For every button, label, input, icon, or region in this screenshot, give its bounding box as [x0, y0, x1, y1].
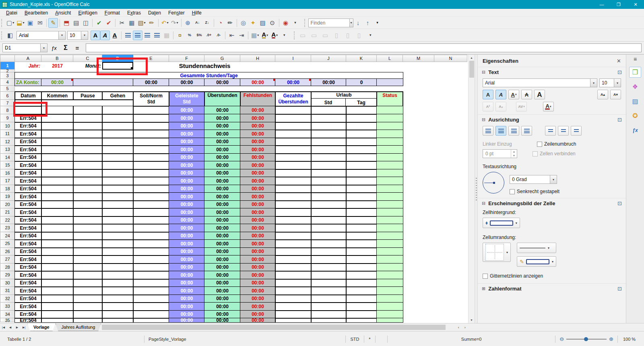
draw-functions-button[interactable]: ✏	[225, 18, 235, 28]
cell-B20[interactable]	[41, 201, 73, 209]
cell-F24[interactable]: 00:00	[169, 232, 204, 240]
cell-D20[interactable]	[102, 201, 133, 209]
scroll-right-icon[interactable]: ›	[462, 324, 468, 331]
header-pause[interactable]: Pause	[73, 92, 102, 100]
help-button[interactable]: ◉	[281, 18, 291, 28]
cell-F14[interactable]: 00:00	[169, 154, 204, 162]
cell-K13[interactable]	[346, 146, 377, 154]
cell-A10[interactable]: Err:504	[15, 122, 41, 130]
row-header-18[interactable]: 18	[0, 185, 15, 193]
cell-A29[interactable]: Err:504	[15, 271, 41, 279]
cell-N34[interactable]	[434, 311, 467, 319]
cell-F16[interactable]: 00:00	[169, 169, 204, 177]
find-input[interactable]	[311, 19, 349, 27]
cell-I33[interactable]	[275, 303, 311, 311]
cell-K33[interactable]	[346, 303, 377, 311]
cell-B12[interactable]	[41, 138, 73, 146]
cell-B26[interactable]	[41, 248, 73, 256]
cell-N21[interactable]	[434, 208, 467, 216]
header-geleistete-std[interactable]: GeleisteteStd	[169, 92, 204, 106]
scroll-up-icon[interactable]: ▲	[469, 55, 475, 61]
row-header-16[interactable]: 16	[0, 169, 15, 177]
line-color-dropdown-icon[interactable]: ▾	[552, 260, 553, 264]
cell-F27[interactable]: 00:00	[169, 255, 204, 264]
sidebar-align-left-button[interactable]	[483, 126, 493, 136]
sidebar-align-justify-button[interactable]	[521, 126, 532, 136]
cell-A28[interactable]: Err:504	[15, 264, 41, 272]
cell-E21[interactable]	[133, 208, 169, 216]
cell-border-button[interactable]: ▾	[483, 243, 511, 262]
cell-A4[interactable]: ZA Konto:	[15, 79, 41, 86]
sheet-tab-jahres-auflistung[interactable]: Jahres Auflistung	[56, 323, 101, 331]
cell-J34[interactable]	[311, 311, 346, 319]
cell-N31[interactable]	[434, 287, 467, 295]
cell-M18[interactable]	[403, 185, 434, 193]
cell-H16[interactable]: 00:00	[240, 169, 275, 177]
edit-file-button[interactable]: ✎	[48, 18, 58, 28]
auto-spellcheck-button[interactable]: ✔	[104, 18, 114, 28]
cell-G13[interactable]: 00:00	[204, 146, 240, 154]
number-dialog-launcher-icon[interactable]: ⊡	[617, 286, 622, 292]
cell-L31[interactable]	[377, 287, 403, 295]
cell-A18[interactable]: Err:504	[15, 185, 41, 193]
cell-D13[interactable]	[102, 146, 133, 154]
cell-C24[interactable]	[73, 232, 102, 240]
cell-C4[interactable]	[73, 79, 133, 86]
column-header-B[interactable]: B	[41, 55, 73, 62]
cell-K12[interactable]	[346, 138, 377, 146]
cell-M2[interactable]	[403, 70, 434, 72]
stacked-checkbox[interactable]	[510, 189, 515, 194]
cell-F1[interactable]: Stundennachweis	[169, 62, 240, 70]
cell-G22[interactable]: 00:00	[204, 216, 240, 224]
cell-N16[interactable]	[434, 169, 467, 177]
cell-M14[interactable]	[403, 154, 434, 162]
sort-descending-button[interactable]: Z↓	[202, 18, 212, 28]
cell-J1[interactable]	[311, 62, 346, 70]
cell-E1[interactable]	[133, 62, 169, 70]
cell-K21[interactable]	[346, 208, 377, 216]
cell-C20[interactable]	[73, 201, 102, 209]
cell-I17[interactable]	[275, 177, 311, 185]
cell-J31[interactable]	[311, 287, 346, 295]
cell-K11[interactable]	[346, 130, 377, 138]
cell-J5[interactable]	[311, 86, 346, 92]
cell-L21[interactable]	[377, 208, 403, 216]
menu-extras[interactable]: Extras	[124, 9, 144, 16]
cell-G28[interactable]: 00:00	[204, 264, 240, 272]
sidebar-bold-button[interactable]: A	[483, 90, 493, 99]
find-previous-button[interactable]: ↑	[363, 18, 373, 28]
cell-M20[interactable]	[403, 201, 434, 209]
cell-K25[interactable]	[346, 240, 377, 248]
cell-B30[interactable]	[41, 279, 73, 287]
cell-A19[interactable]: Err:504	[15, 193, 41, 201]
cell-E14[interactable]	[133, 154, 169, 162]
border-dropdown-icon[interactable]: ▾	[506, 251, 508, 254]
cell-E20[interactable]	[133, 201, 169, 209]
cell-G30[interactable]: 00:00	[204, 279, 240, 287]
sidebar-tab-styles[interactable]: ❖	[629, 81, 641, 92]
cell-C2[interactable]	[73, 70, 102, 72]
cell-C23[interactable]	[73, 224, 102, 232]
cell-M13[interactable]	[403, 146, 434, 154]
cell-L8[interactable]	[377, 106, 403, 114]
sidebar-align-right-button[interactable]	[508, 126, 519, 136]
last-sheet-button[interactable]: ▶|	[21, 324, 27, 331]
cell-E4[interactable]: 00:00	[133, 79, 169, 86]
cell-A8[interactable]	[15, 106, 41, 114]
cell-B31[interactable]	[41, 287, 73, 295]
cell-L29[interactable]	[377, 271, 403, 279]
open-button[interactable]: ⬓▾	[15, 18, 25, 28]
cell-D10[interactable]	[102, 122, 133, 130]
cell-B5[interactable]	[41, 86, 73, 92]
header-gehen[interactable]: Gehen	[102, 92, 133, 100]
menu-format[interactable]: Format	[101, 9, 124, 16]
cell-F2[interactable]	[169, 70, 204, 72]
cell-N2[interactable]	[434, 70, 467, 72]
sidebar-menu-icon[interactable]: ≡	[634, 56, 637, 63]
cell-C11[interactable]	[73, 130, 102, 138]
cell-D34[interactable]	[102, 311, 133, 319]
cell-D23[interactable]	[102, 224, 133, 232]
cell-H34[interactable]: 00:00	[240, 311, 275, 319]
cell-J11[interactable]	[311, 130, 346, 138]
cell-D22[interactable]	[102, 216, 133, 224]
